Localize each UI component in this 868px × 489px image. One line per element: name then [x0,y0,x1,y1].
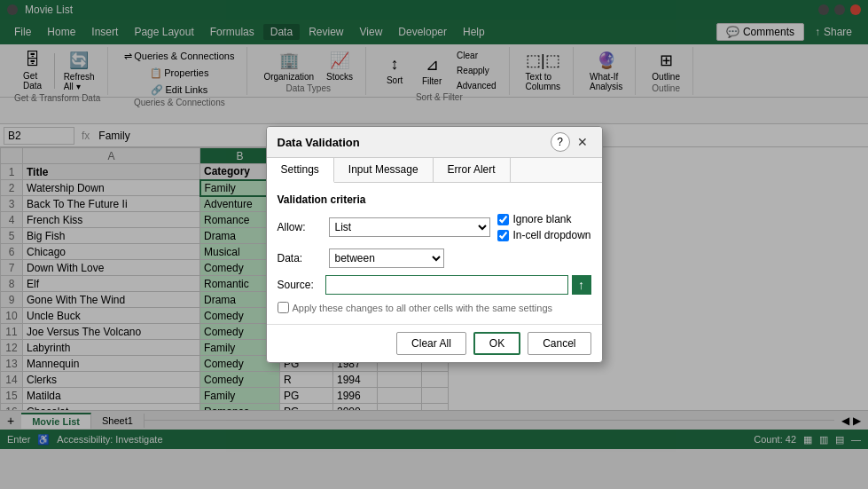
dialog-footer: Clear All OK Cancel [267,324,602,362]
data-select[interactable]: between [329,248,444,268]
dialog-title: Data Validation [278,136,360,149]
source-label: Source: [278,279,322,291]
source-collapse-button[interactable]: ↑ [572,275,591,295]
dialog-help-button[interactable]: ? [551,132,570,152]
ok-button[interactable]: OK [473,332,520,355]
clear-all-button[interactable]: Clear All [396,332,466,355]
dialog-tabs: Settings Input Message Error Alert [267,158,602,183]
checkboxes: Ignore blank In-cell dropdown [497,213,590,241]
allow-row: Allow: List Ignore blank In-cell dropdow… [278,213,591,241]
allow-label: Allow: [278,221,322,233]
modal-overlay: Data Validation ? ✕ Settings Input Messa… [0,0,868,449]
dialog-tab-settings[interactable]: Settings [267,158,334,183]
apply-check-row: Apply these changes to all other cells w… [278,302,591,313]
source-input[interactable] [325,275,568,295]
apply-checkbox[interactable] [278,302,289,313]
collapse-icon: ↑ [578,278,584,292]
validation-criteria-label: Validation criteria [278,193,591,206]
ignore-blank-checkbox[interactable] [497,214,509,225]
dialog-close-button[interactable]: ✕ [574,135,591,149]
data-label: Data: [278,252,322,264]
dialog-title-bar: Data Validation ? ✕ [267,127,602,158]
data-row: Data: between [278,248,591,268]
allow-select[interactable]: List [329,217,491,237]
apply-label: Apply these changes to all other cells w… [293,303,553,313]
source-row: Source: ↑ [278,275,591,295]
in-cell-dropdown-check[interactable]: In-cell dropdown [497,229,590,241]
cancel-button[interactable]: Cancel [528,332,590,355]
dialog-tab-error-alert[interactable]: Error Alert [434,158,511,182]
dialog-tab-input-message[interactable]: Input Message [334,158,434,182]
dialog-body: Validation criteria Allow: List Ignore b… [267,183,602,324]
in-cell-dropdown-checkbox[interactable] [497,230,509,241]
ignore-blank-check[interactable]: Ignore blank [497,213,590,225]
data-validation-dialog: Data Validation ? ✕ Settings Input Messa… [266,126,603,363]
